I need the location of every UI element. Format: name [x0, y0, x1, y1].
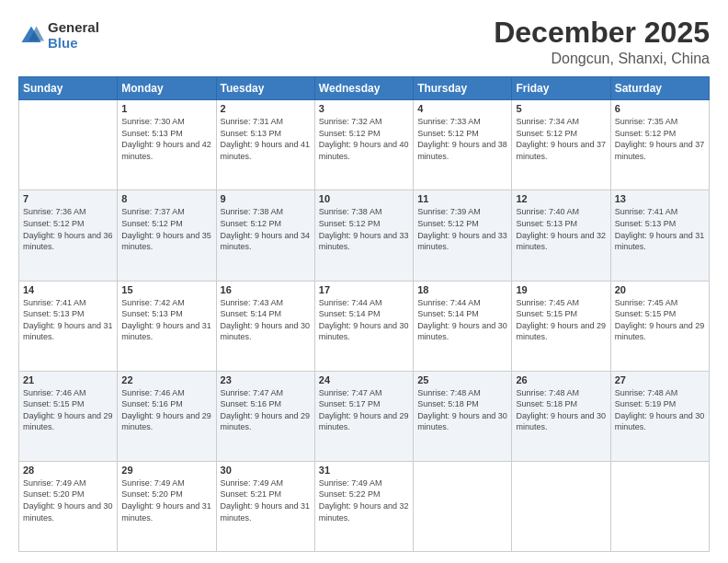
- day-number: 29: [121, 465, 211, 476]
- day-cell: [19, 100, 118, 190]
- day-cell: 11Sunrise: 7:39 AMSunset: 5:12 PMDayligh…: [414, 190, 512, 281]
- weekday-header-tuesday: Tuesday: [216, 77, 314, 100]
- day-cell: 9Sunrise: 7:38 AMSunset: 5:12 PMDaylight…: [216, 190, 314, 281]
- day-number: 13: [615, 193, 705, 204]
- day-number: 25: [417, 374, 507, 385]
- day-info: Sunrise: 7:46 AMSunset: 5:16 PMDaylight:…: [121, 387, 211, 433]
- day-cell: 17Sunrise: 7:44 AMSunset: 5:14 PMDayligh…: [314, 281, 413, 371]
- day-number: 11: [417, 193, 507, 204]
- logo: General Blue: [18, 20, 99, 51]
- day-cell: 23Sunrise: 7:47 AMSunset: 5:16 PMDayligh…: [216, 371, 314, 461]
- day-info: Sunrise: 7:38 AMSunset: 5:12 PMDaylight:…: [221, 206, 311, 252]
- day-info: Sunrise: 7:35 AMSunset: 5:12 PMDaylight:…: [615, 116, 705, 162]
- day-number: 19: [516, 284, 606, 295]
- day-info: Sunrise: 7:40 AMSunset: 5:13 PMDaylight:…: [516, 206, 606, 252]
- day-info: Sunrise: 7:47 AMSunset: 5:17 PMDaylight:…: [319, 387, 409, 433]
- weekday-header-saturday: Saturday: [610, 77, 709, 100]
- day-info: Sunrise: 7:31 AMSunset: 5:13 PMDaylight:…: [221, 116, 311, 162]
- title-block: December 2025 Dongcun, Shanxi, China: [494, 17, 710, 67]
- day-cell: 20Sunrise: 7:45 AMSunset: 5:15 PMDayligh…: [610, 281, 709, 371]
- day-number: 21: [23, 374, 113, 385]
- day-number: 2: [221, 103, 311, 114]
- day-cell: 1Sunrise: 7:30 AMSunset: 5:13 PMDaylight…: [118, 100, 216, 190]
- weekday-header-row: SundayMondayTuesdayWednesdayThursdayFrid…: [19, 77, 710, 100]
- day-info: Sunrise: 7:48 AMSunset: 5:18 PMDaylight:…: [417, 387, 507, 433]
- weekday-header-monday: Monday: [118, 77, 216, 100]
- day-number: 6: [615, 103, 705, 114]
- week-row-3: 21Sunrise: 7:46 AMSunset: 5:15 PMDayligh…: [19, 371, 710, 461]
- day-number: 12: [516, 193, 606, 204]
- day-cell: [610, 461, 709, 551]
- day-cell: 13Sunrise: 7:41 AMSunset: 5:13 PMDayligh…: [610, 190, 709, 281]
- day-number: 4: [417, 103, 507, 114]
- day-info: Sunrise: 7:43 AMSunset: 5:14 PMDaylight:…: [221, 297, 311, 343]
- day-number: 22: [121, 374, 211, 385]
- day-info: Sunrise: 7:48 AMSunset: 5:19 PMDaylight:…: [615, 387, 705, 433]
- day-cell: 27Sunrise: 7:48 AMSunset: 5:19 PMDayligh…: [610, 371, 709, 461]
- day-cell: 3Sunrise: 7:32 AMSunset: 5:12 PMDaylight…: [314, 100, 413, 190]
- day-info: Sunrise: 7:32 AMSunset: 5:12 PMDaylight:…: [319, 116, 409, 162]
- day-cell: 15Sunrise: 7:42 AMSunset: 5:13 PMDayligh…: [118, 281, 216, 371]
- day-info: Sunrise: 7:37 AMSunset: 5:12 PMDaylight:…: [121, 206, 211, 252]
- day-cell: 28Sunrise: 7:49 AMSunset: 5:20 PMDayligh…: [19, 461, 118, 551]
- day-info: Sunrise: 7:48 AMSunset: 5:18 PMDaylight:…: [516, 387, 606, 433]
- week-row-1: 7Sunrise: 7:36 AMSunset: 5:12 PMDaylight…: [19, 190, 710, 281]
- day-cell: 26Sunrise: 7:48 AMSunset: 5:18 PMDayligh…: [512, 371, 610, 461]
- day-number: 1: [121, 103, 211, 114]
- page: General Blue December 2025 Dongcun, Shan…: [0, 0, 728, 563]
- day-number: 10: [319, 193, 409, 204]
- day-cell: 14Sunrise: 7:41 AMSunset: 5:13 PMDayligh…: [19, 281, 118, 371]
- day-info: Sunrise: 7:45 AMSunset: 5:15 PMDaylight:…: [516, 297, 606, 343]
- day-number: 30: [221, 465, 311, 476]
- day-info: Sunrise: 7:42 AMSunset: 5:13 PMDaylight:…: [121, 297, 211, 343]
- day-info: Sunrise: 7:44 AMSunset: 5:14 PMDaylight:…: [417, 297, 507, 343]
- logo-icon: [18, 23, 44, 49]
- day-number: 28: [23, 465, 113, 476]
- day-number: 3: [319, 103, 409, 114]
- day-cell: 16Sunrise: 7:43 AMSunset: 5:14 PMDayligh…: [216, 281, 314, 371]
- day-number: 7: [23, 193, 113, 204]
- day-number: 20: [615, 284, 705, 295]
- day-cell: 8Sunrise: 7:37 AMSunset: 5:12 PMDaylight…: [118, 190, 216, 281]
- header: General Blue December 2025 Dongcun, Shan…: [18, 17, 710, 67]
- day-info: Sunrise: 7:34 AMSunset: 5:12 PMDaylight:…: [516, 116, 606, 162]
- day-number: 14: [23, 284, 113, 295]
- day-cell: 21Sunrise: 7:46 AMSunset: 5:15 PMDayligh…: [19, 371, 118, 461]
- day-info: Sunrise: 7:30 AMSunset: 5:13 PMDaylight:…: [121, 116, 211, 162]
- day-number: 8: [121, 193, 211, 204]
- weekday-header-wednesday: Wednesday: [314, 77, 413, 100]
- day-info: Sunrise: 7:41 AMSunset: 5:13 PMDaylight:…: [615, 206, 705, 252]
- week-row-4: 28Sunrise: 7:49 AMSunset: 5:20 PMDayligh…: [19, 461, 710, 551]
- day-info: Sunrise: 7:49 AMSunset: 5:22 PMDaylight:…: [319, 477, 409, 523]
- day-info: Sunrise: 7:49 AMSunset: 5:20 PMDaylight:…: [121, 477, 211, 523]
- day-number: 26: [516, 374, 606, 385]
- weekday-header-sunday: Sunday: [19, 77, 118, 100]
- day-number: 17: [319, 284, 409, 295]
- day-info: Sunrise: 7:47 AMSunset: 5:16 PMDaylight:…: [221, 387, 311, 433]
- day-number: 24: [319, 374, 409, 385]
- day-info: Sunrise: 7:46 AMSunset: 5:15 PMDaylight:…: [23, 387, 113, 433]
- day-info: Sunrise: 7:33 AMSunset: 5:12 PMDaylight:…: [417, 116, 507, 162]
- day-info: Sunrise: 7:49 AMSunset: 5:20 PMDaylight:…: [23, 477, 113, 523]
- day-cell: 6Sunrise: 7:35 AMSunset: 5:12 PMDaylight…: [610, 100, 709, 190]
- day-info: Sunrise: 7:39 AMSunset: 5:12 PMDaylight:…: [417, 206, 507, 252]
- week-row-0: 1Sunrise: 7:30 AMSunset: 5:13 PMDaylight…: [19, 100, 710, 190]
- day-info: Sunrise: 7:38 AMSunset: 5:12 PMDaylight:…: [319, 206, 409, 252]
- day-number: 16: [221, 284, 311, 295]
- day-info: Sunrise: 7:36 AMSunset: 5:12 PMDaylight:…: [23, 206, 113, 252]
- week-row-2: 14Sunrise: 7:41 AMSunset: 5:13 PMDayligh…: [19, 281, 710, 371]
- day-cell: 4Sunrise: 7:33 AMSunset: 5:12 PMDaylight…: [414, 100, 512, 190]
- day-info: Sunrise: 7:45 AMSunset: 5:15 PMDaylight:…: [615, 297, 705, 343]
- day-info: Sunrise: 7:49 AMSunset: 5:21 PMDaylight:…: [221, 477, 311, 523]
- logo-text: General Blue: [48, 20, 99, 51]
- day-cell: 18Sunrise: 7:44 AMSunset: 5:14 PMDayligh…: [414, 281, 512, 371]
- day-cell: 30Sunrise: 7:49 AMSunset: 5:21 PMDayligh…: [216, 461, 314, 551]
- day-cell: [414, 461, 512, 551]
- day-number: 23: [221, 374, 311, 385]
- day-cell: 29Sunrise: 7:49 AMSunset: 5:20 PMDayligh…: [118, 461, 216, 551]
- day-info: Sunrise: 7:41 AMSunset: 5:13 PMDaylight:…: [23, 297, 113, 343]
- day-number: 31: [319, 465, 409, 476]
- day-cell: [512, 461, 610, 551]
- day-cell: 2Sunrise: 7:31 AMSunset: 5:13 PMDaylight…: [216, 100, 314, 190]
- logo-general: General: [48, 20, 99, 36]
